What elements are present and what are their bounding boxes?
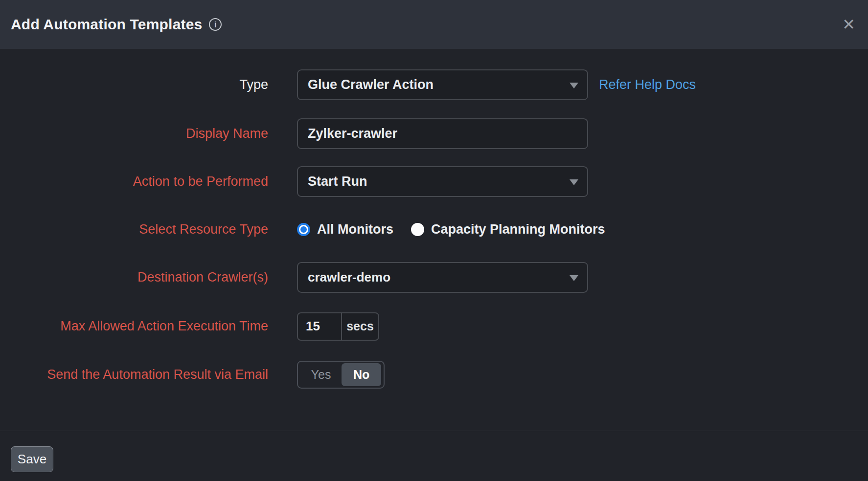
footer-divider [0,431,868,431]
save-button[interactable]: Save [11,446,53,472]
refer-help-docs-link[interactable]: Refer Help Docs [599,77,696,92]
max-execution-time-label: Max Allowed Action Execution Time [0,319,268,334]
type-row: Type Glue Crawler Action Refer Help Docs [0,69,868,100]
toggle-yes-option[interactable]: Yes [300,368,342,382]
action-row: Action to be Performed Start Run [0,166,868,197]
type-label: Type [0,77,268,92]
action-select-value: Start Run [308,174,367,189]
close-icon[interactable]: ✕ [842,17,855,32]
display-name-label: Display Name [0,126,268,141]
radio-capacity-planning-monitors-label: Capacity Planning Monitors [431,222,605,237]
resource-type-radio-group: All Monitors Capacity Planning Monitors [297,222,605,237]
max-execution-time-unit: secs [341,313,378,340]
destination-crawler-label: Destination Crawler(s) [0,270,268,285]
max-execution-time-input[interactable] [298,313,341,340]
destination-crawler-select[interactable]: crawler-demo [297,262,588,293]
radio-unselected-icon[interactable] [411,223,424,236]
info-icon[interactable]: i [209,18,222,31]
display-name-input[interactable] [297,118,588,149]
dialog-header: Add Automation Templates i ✕ [0,0,868,49]
radio-selected-icon[interactable] [297,223,310,236]
resource-type-label: Select Resource Type [0,222,268,237]
email-result-toggle: Yes No [297,361,385,389]
type-select[interactable]: Glue Crawler Action [297,69,588,100]
max-execution-time-group: secs [297,312,379,341]
add-automation-templates-dialog: Add Automation Templates i ✕ Type Glue C… [0,0,868,481]
chevron-down-icon [570,179,578,185]
email-result-row: Send the Automation Result via Email Yes… [0,359,868,390]
email-result-label: Send the Automation Result via Email [0,367,268,382]
resource-type-row: Select Resource Type All Monitors Capaci… [0,214,868,245]
chevron-down-icon [570,83,578,88]
radio-capacity-planning-monitors[interactable]: Capacity Planning Monitors [411,222,605,237]
action-label: Action to be Performed [0,174,268,189]
destination-crawler-row: Destination Crawler(s) crawler-demo [0,262,868,293]
radio-all-monitors[interactable]: All Monitors [297,222,393,237]
action-select[interactable]: Start Run [297,166,588,197]
toggle-no-option[interactable]: No [342,363,381,386]
dialog-title: Add Automation Templates [11,16,202,33]
type-select-value: Glue Crawler Action [308,77,434,92]
chevron-down-icon [570,275,578,281]
max-execution-time-row: Max Allowed Action Execution Time secs [0,311,868,342]
destination-crawler-select-value: crawler-demo [308,270,390,285]
radio-all-monitors-label: All Monitors [317,222,393,237]
display-name-row: Display Name [0,118,868,149]
